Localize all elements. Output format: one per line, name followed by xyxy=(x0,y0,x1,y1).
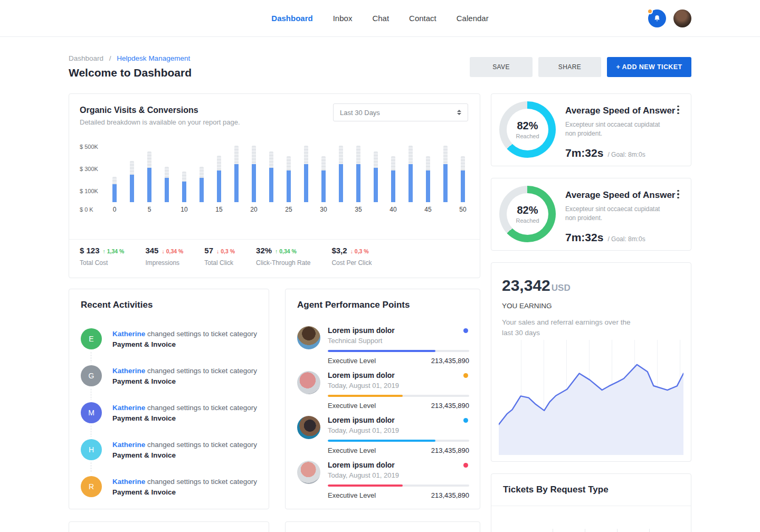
agent-level-label: Executive Level xyxy=(328,446,376,454)
activity-item[interactable]: M Katherine changed settings to ticket c… xyxy=(81,402,259,424)
earnings-currency: USD xyxy=(552,283,571,293)
activity-item[interactable]: R Katherine changed settings to ticket c… xyxy=(81,476,259,498)
agent-item[interactable]: Lorem ipsum dolor Today, August 01, 2019… xyxy=(297,412,469,457)
more-options-icon[interactable] xyxy=(673,103,683,116)
activity-text: Katherine changed settings to ticket cat… xyxy=(112,476,257,498)
stat-label: Total Click xyxy=(204,259,235,267)
donut-label: Reached xyxy=(516,217,539,224)
donut-label: Reached xyxy=(516,133,539,139)
stat-delta: ↓ 0,3 % xyxy=(216,248,235,254)
agent-points: 213,435,890 xyxy=(431,491,469,499)
agent-progress-track xyxy=(328,395,469,397)
activity-item[interactable]: H Katherine changed settings to ticket c… xyxy=(81,439,259,461)
user-avatar[interactable] xyxy=(673,10,691,27)
avg-speed-card-1: 82% Reached Average Speed of Answer Exce… xyxy=(491,93,691,166)
speed-goal: / Goal: 8m:0s xyxy=(607,235,645,243)
add-new-ticket-button[interactable]: + ADD NEW TICKET xyxy=(607,57,691,77)
bar xyxy=(339,144,343,202)
bar xyxy=(356,144,360,202)
organic-visits-title: Organic Visits & Conversions xyxy=(80,106,198,115)
earnings-amount: 23,342 xyxy=(502,277,550,294)
bar xyxy=(374,144,378,202)
nav-item-chat[interactable]: Chat xyxy=(372,14,389,23)
earnings-label: YOU EARNING xyxy=(502,302,552,310)
tickets-title: Tickets By Request Type xyxy=(503,484,609,495)
recent-activities-card: Recent Activities E Katherine changed se… xyxy=(69,289,269,509)
select-arrows-icon xyxy=(457,110,461,115)
activity-avatar: R xyxy=(81,476,102,497)
dashboard-page: Dashboard Inbox Chat Contact Calendar Da… xyxy=(0,0,760,532)
kpi-stats-row: $ 123 ↑ 1,34 % Total Cost 345 ↓ 0,34 % I… xyxy=(80,246,372,267)
share-button[interactable]: SHARE xyxy=(538,57,601,77)
agent-points: 213,435,890 xyxy=(431,357,469,365)
nav-item-dashboard[interactable]: Dashboard xyxy=(271,14,312,23)
save-button[interactable]: SAVE xyxy=(470,57,533,77)
agent-level-label: Executive Level xyxy=(328,491,376,499)
bottom-card-stub-middle xyxy=(285,521,480,532)
agent-points: 213,435,890 xyxy=(431,446,469,454)
agent-name: Lorem ipsum dolor xyxy=(328,326,469,335)
organic-visits-subtitle: Detailed breakdown is available on your … xyxy=(80,118,240,126)
agent-item[interactable]: Lorem ipsum dolor Today, August 01, 2019… xyxy=(297,367,469,412)
organic-bar-chart: $ 500K$ 300K$ 100K xyxy=(80,144,470,202)
agent-name: Lorem ipsum dolor xyxy=(328,371,469,379)
earnings-area-chart xyxy=(499,340,683,455)
bar xyxy=(252,144,256,202)
agent-item[interactable]: Lorem ipsum dolor Today, August 01, 2019… xyxy=(297,457,469,501)
agent-item[interactable]: Lorem ipsum dolor Technical Support Exec… xyxy=(297,322,469,367)
bar xyxy=(426,144,430,202)
activity-text: Katherine changed settings to ticket cat… xyxy=(112,402,257,424)
agent-subtitle: Today, August 01, 2019 xyxy=(328,382,469,390)
nav-item-calendar[interactable]: Calendar xyxy=(457,14,489,23)
bar xyxy=(461,144,465,202)
agent-progress-fill xyxy=(328,350,435,352)
bar xyxy=(321,144,326,202)
nav-item-inbox[interactable]: Inbox xyxy=(333,14,353,23)
bar xyxy=(269,144,273,202)
stat-value: $3,2 xyxy=(331,246,347,255)
stat-label: Total Cost xyxy=(80,259,124,267)
date-range-value: Last 30 Days xyxy=(340,109,457,117)
notification-badge xyxy=(647,8,653,14)
speed-card-title: Average Speed of Answer xyxy=(565,106,675,116)
breadcrumb-current[interactable]: Helpdesk Management xyxy=(117,54,190,62)
bar xyxy=(182,144,186,202)
speed-card-desc: Excepteur sint occaecat cupidatat non pr… xyxy=(565,205,671,223)
activity-item[interactable]: E Katherine changed settings to ticket c… xyxy=(81,328,259,350)
activity-text: Katherine changed settings to ticket cat… xyxy=(112,439,257,461)
date-range-select[interactable]: Last 30 Days xyxy=(333,103,468,121)
nav-menu: Dashboard Inbox Chat Contact Calendar xyxy=(271,14,488,23)
status-dot xyxy=(463,418,468,423)
agent-avatar xyxy=(297,326,320,349)
agent-points: 213,435,890 xyxy=(431,402,469,410)
top-navigation: Dashboard Inbox Chat Contact Calendar xyxy=(0,0,760,37)
stat-label: Impressions xyxy=(145,259,183,267)
more-options-icon[interactable] xyxy=(673,188,683,201)
stat-value: 32% xyxy=(256,246,272,255)
breadcrumb-parent[interactable]: Dashboard xyxy=(69,54,103,62)
bar xyxy=(234,144,239,202)
page-title: Welcome to Dashboard xyxy=(69,66,192,79)
stat-value: $ 123 xyxy=(80,246,100,255)
stat-label: Cost Per Click xyxy=(331,259,372,267)
activity-avatar: M xyxy=(81,402,102,423)
breadcrumb: Dashboard / Helpdesk Management xyxy=(69,54,190,62)
activity-item[interactable]: G Katherine changed settings to ticket c… xyxy=(81,365,259,387)
agent-performance-title: Agent Performance Points xyxy=(297,300,410,310)
nav-item-contact[interactable]: Contact xyxy=(409,14,436,23)
nav-right-cluster xyxy=(648,10,691,27)
bar xyxy=(304,144,308,202)
agent-avatar xyxy=(297,416,320,439)
speed-card-title: Average Speed of Answer xyxy=(565,190,675,201)
bar xyxy=(200,144,204,202)
bar xyxy=(165,144,169,202)
donut-center-text: 82% Reached xyxy=(499,101,556,158)
notifications-button[interactable] xyxy=(648,10,666,27)
agent-progress-track xyxy=(328,440,469,442)
activity-avatar: H xyxy=(81,439,102,460)
tickets-axis-ticks xyxy=(553,529,650,532)
breadcrumb-separator: / xyxy=(109,54,111,62)
activity-avatar: E xyxy=(81,328,102,349)
donut-percent: 82% xyxy=(517,120,538,132)
status-dot xyxy=(463,463,468,468)
